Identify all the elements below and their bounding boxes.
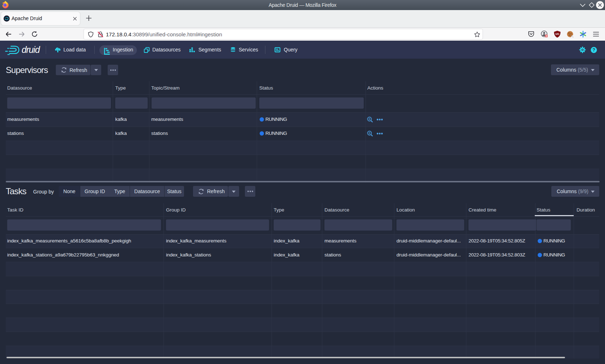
- svg-text:?: ?: [592, 47, 595, 53]
- svg-text:UO: UO: [555, 33, 559, 35]
